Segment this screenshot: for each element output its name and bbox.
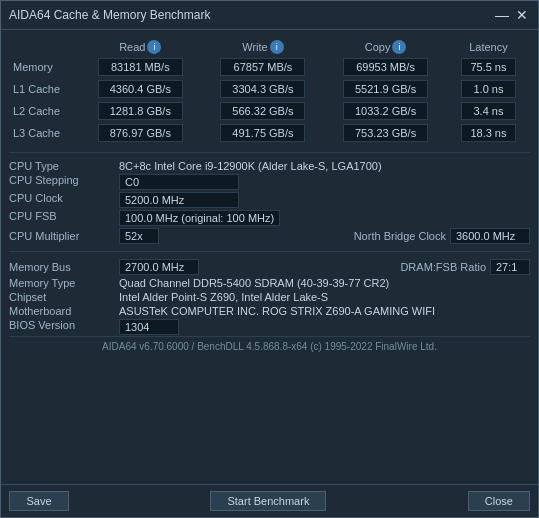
memory-type-value: Quad Channel DDR5-5400 SDRAM (40-39-39-7… xyxy=(119,277,530,289)
close-button[interactable]: ✕ xyxy=(514,7,530,23)
minimize-button[interactable]: — xyxy=(494,7,510,23)
chipset-row: Chipset Intel Alder Point-S Z690, Intel … xyxy=(9,290,530,304)
sysinfo-section: CPU Type 8C+8c Intel Core i9-12900K (Ald… xyxy=(9,159,530,336)
bench-write: 566.32 GB/s xyxy=(202,100,325,122)
bench-write: 67857 MB/s xyxy=(202,56,325,78)
content-area: Read i Write i Copy i xyxy=(1,30,538,484)
bench-read: 1281.8 GB/s xyxy=(79,100,202,122)
bench-latency: 75.5 ns xyxy=(447,56,530,78)
bench-copy: 1033.2 GB/s xyxy=(324,100,447,122)
memory-type-label: Memory Type xyxy=(9,277,119,289)
col-header-copy: Copy i xyxy=(324,38,447,56)
bench-copy: 69953 MB/s xyxy=(324,56,447,78)
memory-type-row: Memory Type Quad Channel DDR5-5400 SDRAM… xyxy=(9,276,530,290)
cpu-type-value: 8C+8c Intel Core i9-12900K (Alder Lake-S… xyxy=(119,160,530,172)
motherboard-value: ASUSTeK COMPUTER INC. ROG STRIX Z690-A G… xyxy=(119,305,530,317)
cpu-stepping-row: CPU Stepping C0 xyxy=(9,173,530,191)
cpu-multiplier-row: CPU Multiplier 52x North Bridge Clock 36… xyxy=(9,227,530,245)
bench-row-l2cache: L2 Cache 1281.8 GB/s 566.32 GB/s 1033.2 … xyxy=(9,100,530,122)
memory-bus-value: 2700.0 MHz xyxy=(119,259,199,275)
cpu-clock-label: CPU Clock xyxy=(9,192,119,208)
cpu-stepping-label: CPU Stepping xyxy=(9,174,119,190)
bench-label: L1 Cache xyxy=(9,78,79,100)
bench-read: 83181 MB/s xyxy=(79,56,202,78)
bench-latency: 1.0 ns xyxy=(447,78,530,100)
read-info-icon[interactable]: i xyxy=(147,40,161,54)
chipset-value: Intel Alder Point-S Z690, Intel Alder La… xyxy=(119,291,530,303)
bench-read: 4360.4 GB/s xyxy=(79,78,202,100)
bench-write: 3304.3 GB/s xyxy=(202,78,325,100)
bench-row-l3cache: L3 Cache 876.97 GB/s 491.75 GB/s 753.23 … xyxy=(9,122,530,144)
copy-info-icon[interactable]: i xyxy=(392,40,406,54)
bench-label: Memory xyxy=(9,56,79,78)
footer-text: AIDA64 v6.70.6000 / BenchDLL 4.5.868.8-x… xyxy=(9,336,530,354)
save-button[interactable]: Save xyxy=(9,491,69,511)
nb-clock-label: North Bridge Clock xyxy=(354,230,446,242)
close-window-button[interactable]: Close xyxy=(468,491,530,511)
dram-fsb-value: 27:1 xyxy=(490,259,530,275)
motherboard-row: Motherboard ASUSTeK COMPUTER INC. ROG ST… xyxy=(9,304,530,318)
bottom-bar: Save Start Benchmark Close xyxy=(1,484,538,517)
chipset-label: Chipset xyxy=(9,291,119,303)
cpu-type-label: CPU Type xyxy=(9,160,119,172)
benchmark-table: Read i Write i Copy i xyxy=(9,38,530,144)
cpu-type-row: CPU Type 8C+8c Intel Core i9-12900K (Ald… xyxy=(9,159,530,173)
nb-clock-value: 3600.0 MHz xyxy=(450,228,530,244)
title-buttons: — ✕ xyxy=(494,7,530,23)
bios-label: BIOS Version xyxy=(9,319,119,335)
bench-copy: 753.23 GB/s xyxy=(324,122,447,144)
col-header-latency: Latency xyxy=(447,38,530,56)
motherboard-label: Motherboard xyxy=(9,305,119,317)
bench-copy: 5521.9 GB/s xyxy=(324,78,447,100)
bench-row-l1cache: L1 Cache 4360.4 GB/s 3304.3 GB/s 5521.9 … xyxy=(9,78,530,100)
cpu-clock-row: CPU Clock 5200.0 MHz xyxy=(9,191,530,209)
bench-latency: 18.3 ns xyxy=(447,122,530,144)
bench-row-memory: Memory 83181 MB/s 67857 MB/s 69953 MB/s … xyxy=(9,56,530,78)
bench-write: 491.75 GB/s xyxy=(202,122,325,144)
bench-latency: 3.4 ns xyxy=(447,100,530,122)
cpu-multiplier-value: 52x xyxy=(119,228,159,244)
col-header-read: Read i xyxy=(79,38,202,56)
start-benchmark-button[interactable]: Start Benchmark xyxy=(210,491,326,511)
cpu-fsb-value: 100.0 MHz (original: 100 MHz) xyxy=(119,210,280,226)
main-window: AIDA64 Cache & Memory Benchmark — ✕ Read… xyxy=(0,0,539,518)
write-info-icon[interactable]: i xyxy=(270,40,284,54)
dram-fsb-label: DRAM:FSB Ratio xyxy=(400,261,486,273)
cpu-stepping-value: C0 xyxy=(119,174,239,190)
memory-bus-label: Memory Bus xyxy=(9,261,119,273)
cpu-clock-value: 5200.0 MHz xyxy=(119,192,239,208)
cpu-fsb-label: CPU FSB xyxy=(9,210,119,226)
bench-label: L2 Cache xyxy=(9,100,79,122)
bench-read: 876.97 GB/s xyxy=(79,122,202,144)
memory-bus-row: Memory Bus 2700.0 MHz DRAM:FSB Ratio 27:… xyxy=(9,258,530,276)
col-header-write: Write i xyxy=(202,38,325,56)
cpu-multiplier-label: CPU Multiplier xyxy=(9,230,119,242)
window-title: AIDA64 Cache & Memory Benchmark xyxy=(9,8,210,22)
bench-label: L3 Cache xyxy=(9,122,79,144)
bios-row: BIOS Version 1304 xyxy=(9,318,530,336)
title-bar: AIDA64 Cache & Memory Benchmark — ✕ xyxy=(1,1,538,30)
bios-value: 1304 xyxy=(119,319,179,335)
cpu-fsb-row: CPU FSB 100.0 MHz (original: 100 MHz) xyxy=(9,209,530,227)
